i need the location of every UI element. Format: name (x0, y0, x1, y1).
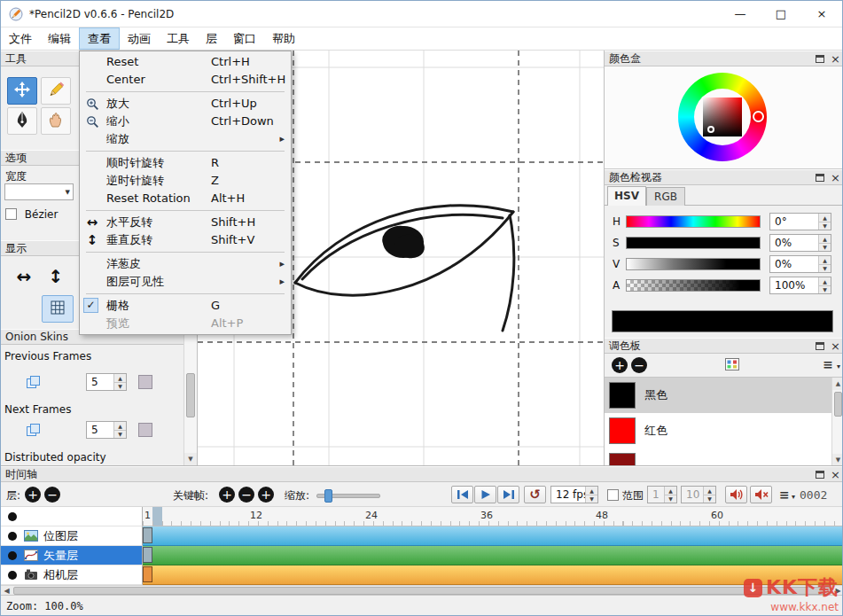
flip-vertical-button[interactable]: ↕ (43, 263, 68, 290)
close-dock-icon[interactable]: × (831, 470, 840, 480)
width-combobox[interactable]: ▼ (4, 183, 74, 200)
hue-spinbox[interactable]: 0° ▲▼ (769, 213, 831, 230)
keyframe-cell[interactable] (143, 566, 152, 582)
hand-tool-button[interactable] (41, 107, 71, 135)
remove-keyframe-button[interactable]: − (238, 487, 254, 503)
menu-item-rotate-clockwise[interactable]: 顺时针旋转R (80, 154, 291, 172)
palette-item-red[interactable]: 红色 (605, 413, 831, 448)
spin-up-button[interactable]: ▲ (704, 487, 715, 495)
sound-button[interactable] (725, 486, 747, 503)
spin-down-button[interactable]: ▼ (819, 244, 831, 252)
menu-item-reset-rotation[interactable]: Reset RotationAlt+H (80, 190, 291, 207)
layer-visibility-dot[interactable] (8, 551, 17, 560)
menu-item-flip-horizontal[interactable]: ↔ 水平反转Shift+H (80, 214, 291, 231)
timeline-menu-icon[interactable]: ≡ (779, 487, 790, 502)
add-keyframe-button[interactable]: + (219, 487, 235, 503)
value-slider[interactable] (626, 258, 761, 270)
grid-toggle-button[interactable] (42, 295, 74, 323)
options-scrollbar[interactable]: ▼ (183, 331, 197, 465)
next-frames-spinbox[interactable]: 5 ▲▼ (86, 421, 127, 439)
spin-down-button[interactable]: ▼ (819, 265, 831, 273)
spin-down-button[interactable]: ▼ (819, 286, 831, 294)
float-dock-icon[interactable] (816, 174, 824, 182)
alpha-slider[interactable] (626, 279, 761, 292)
palette-scrollbar[interactable]: ▲ ▼ (831, 378, 843, 465)
value-spinbox[interactable]: 0% ▲▼ (769, 255, 831, 273)
timeline-zoom-slider[interactable] (316, 494, 380, 498)
keyframe-cell[interactable] (143, 527, 152, 543)
palette-item-black[interactable]: 黑色 (605, 378, 831, 413)
next-frame-button[interactable] (497, 486, 519, 503)
bezier-checkbox-row[interactable]: Bézier (5, 208, 58, 221)
bitmap-layer-track[interactable] (143, 526, 843, 546)
move-tool-button[interactable] (7, 77, 37, 105)
spin-up-button[interactable]: ▲ (819, 235, 831, 244)
color-wheel[interactable] (678, 73, 767, 161)
menubar-item-tools[interactable]: 工具 (159, 27, 198, 50)
spin-up-button[interactable]: ▲ (819, 214, 831, 222)
spin-down-button[interactable]: ▼ (665, 495, 676, 503)
timeline-ruler[interactable]: 1 12 24 36 48 60 (143, 507, 843, 526)
menu-item-zoom-in[interactable]: 放大Ctrl+Up (80, 95, 291, 113)
menu-item-center[interactable]: CenterCtrl+Shift+H (80, 71, 291, 89)
close-button[interactable]: × (801, 1, 842, 27)
add-color-button[interactable]: + (612, 357, 628, 373)
remove-layer-button[interactable]: − (44, 487, 60, 503)
bezier-checkbox[interactable] (5, 208, 17, 220)
vector-layer-track[interactable] (143, 546, 843, 565)
layer-row-camera[interactable]: 相机层 (1, 565, 143, 585)
float-dock-icon[interactable] (816, 342, 824, 350)
range-checkbox[interactable] (607, 489, 619, 501)
menu-item-layer-visibility[interactable]: 图层可见性▸ (80, 273, 291, 291)
saturation-value-box[interactable] (703, 97, 742, 136)
scroll-down-button[interactable]: ▼ (832, 454, 843, 465)
spin-up-button[interactable]: ▲ (665, 487, 676, 495)
close-dock-icon[interactable]: × (831, 173, 840, 183)
layer-indicator-dot[interactable] (8, 512, 17, 521)
fps-spinbox[interactable]: 12 fps ▲▼ (550, 486, 598, 503)
scrollbar-thumb[interactable] (186, 373, 195, 417)
previous-frames-spinbox[interactable]: 5 ▲▼ (86, 373, 127, 391)
menu-item-onion-skins[interactable]: 洋葱皮▸ (80, 255, 291, 273)
scrollbar-thumb[interactable] (834, 392, 842, 417)
menu-item-zoom-out[interactable]: 缩小Ctrl+Down (80, 113, 291, 130)
menu-item-flip-vertical[interactable]: ↕ 垂直反转Shift+V (80, 231, 291, 249)
duplicate-keyframe-button[interactable]: + (258, 487, 274, 503)
tab-hsv[interactable]: HSV (607, 186, 646, 206)
menubar-item-animation[interactable]: 动画 (120, 27, 159, 50)
float-dock-icon[interactable] (816, 471, 824, 479)
menu-item-rotate-counterclockwise[interactable]: 逆时针旋转Z (80, 172, 291, 190)
close-dock-icon[interactable]: × (831, 341, 840, 351)
palette-view-icon[interactable] (725, 358, 739, 373)
keyframe-cell[interactable] (143, 547, 152, 563)
menubar-item-file[interactable]: 文件 (1, 27, 40, 50)
palette-menu-icon[interactable]: ≡ (823, 357, 833, 371)
spin-down-button[interactable]: ▼ (704, 495, 715, 503)
menubar-item-view[interactable]: 查看 (79, 27, 120, 50)
menubar-item-edit[interactable]: 编辑 (40, 27, 79, 50)
hue-slider[interactable] (626, 215, 761, 228)
menu-item-grid[interactable]: ✓ 栅格G (80, 297, 291, 315)
spin-down-button[interactable]: ▼ (586, 495, 597, 503)
onion-next-color-swatch[interactable] (138, 423, 152, 437)
camera-layer-track[interactable] (143, 565, 843, 585)
close-dock-icon[interactable]: × (831, 54, 840, 64)
layer-row-bitmap[interactable]: 位图层 (1, 526, 143, 546)
palette-header[interactable]: 调色板 × (605, 338, 843, 354)
menubar-item-layer[interactable]: 层 (198, 27, 225, 50)
remove-color-button[interactable]: − (631, 357, 647, 373)
onion-previous-color-swatch[interactable] (138, 375, 152, 389)
minimize-button[interactable]: — (720, 1, 761, 27)
saturation-slider[interactable] (626, 237, 761, 249)
menu-item-reset[interactable]: ResetCtrl+H (80, 53, 291, 71)
hue-marker[interactable] (753, 111, 764, 122)
layer-row-vector[interactable]: 矢量层 (1, 546, 143, 565)
range-start-spinbox[interactable]: 1 ▲▼ (647, 486, 677, 503)
scroll-down-button[interactable]: ▼ (184, 453, 197, 465)
flip-horizontal-button[interactable]: ↔ (10, 263, 38, 290)
play-button[interactable] (474, 486, 496, 503)
spin-down-button[interactable]: ▼ (114, 383, 126, 391)
spin-up-button[interactable]: ▲ (819, 256, 831, 265)
layer-visibility-dot[interactable] (8, 571, 17, 580)
slider-handle[interactable] (324, 489, 332, 503)
